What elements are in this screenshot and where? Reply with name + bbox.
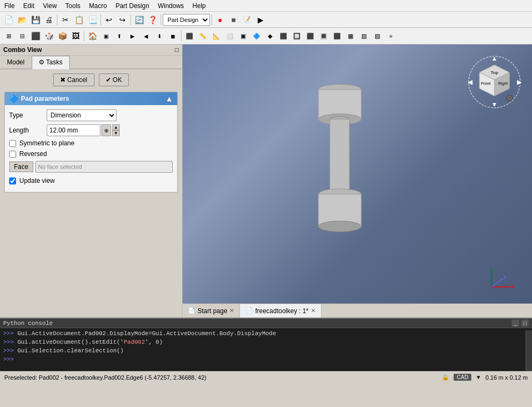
cad-badge[interactable]: CAD [454,374,471,381]
tab-start-page[interactable]: 📄 Start page ✕ [183,304,240,317]
menu-part-design[interactable]: Part Design [111,1,154,11]
tb-part4[interactable]: ⬜ [223,29,236,42]
spin-down[interactable]: ▼ [112,130,120,136]
tb-part10[interactable]: ⬛ [304,29,317,42]
viewport[interactable]: ▲ ▼ ◀ ▶ Top Right Front [183,45,532,317]
menu-help[interactable]: Help [188,1,210,11]
ok-button[interactable]: ✔ OK [99,73,129,86]
tb-new[interactable]: 📄 [2,13,15,26]
pad-params-collapse[interactable]: ▲ [165,94,173,103]
symmetric-checkbox[interactable] [9,140,16,147]
face-display: No face selected [35,161,173,173]
tb-part8[interactable]: ⬛ [277,29,290,42]
console-line-1: >>> Gui.ActiveDocument.Pad002.DisplayMod… [3,329,529,338]
console-text-2b: ', 0) [145,339,163,345]
tb-left[interactable]: ◼ [166,29,179,42]
tb-sep-2 [100,14,101,25]
nav-cube[interactable]: ▲ ▼ ◀ ▶ Top Right Front [468,55,521,109]
length-input-wrapper: ⊕ ▲ ▼ [47,124,120,136]
tb-part6[interactable]: 🔷 [250,29,263,42]
tb-part1[interactable]: ⬛ [183,29,196,42]
tb-sep-5 [212,14,212,25]
tb-part12[interactable]: ⬛ [331,29,344,42]
tab-tasks[interactable]: ⚙ Tasks [32,56,70,69]
tb-perspective[interactable]: 🎲 [42,29,55,42]
console-maximize[interactable]: □ [521,320,529,327]
tb-part13[interactable]: ▦ [344,29,357,42]
reversed-row: Reversed [9,150,173,158]
cad-dropdown[interactable]: ▼ [476,374,481,380]
spin-up[interactable]: ▲ [112,124,120,130]
cancel-button[interactable]: ✖ Cancel [53,73,94,86]
tb-fit-select[interactable]: ⊟ [16,29,28,42]
tb-part9[interactable]: 🔲 [290,29,303,42]
menu-tools[interactable]: Tools [61,1,85,11]
status-right: 🔒 CAD ▼ 0.16 m x 0.12 m [442,374,528,381]
lock-icon: 🔒 [442,374,449,381]
tb-undo[interactable]: ↩ [103,13,115,26]
tb-paste[interactable]: 📃 [86,13,99,26]
menu-view[interactable]: View [39,1,61,11]
start-page-label: Start page [198,307,227,315]
console-text-3: Gui.Selection.clearSelection() [17,347,123,354]
console-prompt-2: >>> [3,339,17,345]
tb-part3[interactable]: 📐 [210,29,223,42]
menu-windows[interactable]: Windows [154,1,188,11]
tab-freecadtoolkey[interactable]: 📄 freecadtoolkey : 1* ✕ [240,304,321,317]
type-select[interactable]: Dimension Two dimensions Symmetric to pl… [47,109,116,121]
tb-part5[interactable]: ▣ [237,29,250,42]
tb-bottom[interactable]: ⬇ [153,29,166,42]
tb-standard-views[interactable]: 🖼 [69,29,82,42]
freecad-tab-close[interactable]: ✕ [311,307,316,314]
reversed-checkbox[interactable] [9,151,16,158]
combo-view-maximize[interactable]: □ [175,46,179,54]
tb-part11[interactable]: 🔳 [317,29,330,42]
console-scrollbar[interactable] [526,330,532,371]
tb-right[interactable]: ▶ [126,29,139,42]
tb-front[interactable]: ▣ [99,29,112,42]
menu-macro[interactable]: Macro [85,1,111,11]
tb-draw-style[interactable]: ⬛ [29,29,42,42]
face-button[interactable]: Face [9,161,33,172]
console-minimize[interactable]: _ [512,320,519,327]
tasks-tab-label: Tasks [46,58,63,66]
tb-redo[interactable]: ↪ [116,13,129,26]
tb-record[interactable]: ● [214,13,227,26]
tb-copy[interactable]: 📋 [72,13,85,26]
tb-part14[interactable]: ▧ [358,29,370,42]
tb-box[interactable]: 📦 [56,29,69,42]
tb-macro[interactable]: 📝 [241,13,253,26]
update-view-checkbox[interactable] [9,177,16,184]
tb-top[interactable]: ⬆ [113,29,126,42]
tb-fit-all[interactable]: ⊞ [2,29,15,42]
tb-part2[interactable]: 📏 [196,29,209,42]
pad-params-icon: 🔷 [9,94,18,103]
tb-open[interactable]: 📂 [16,13,28,26]
svg-text:▲: ▲ [491,55,498,62]
console-highlight-pad002: Pad002 [123,339,145,345]
tb-help[interactable]: ❓ [146,13,159,26]
menu-file[interactable]: File [0,1,19,11]
svg-text:Top: Top [491,70,498,75]
length-input[interactable] [47,124,100,136]
tb-print[interactable]: 🖨 [42,13,55,26]
dimensions-display: 0.16 m x 0.12 m [485,374,528,381]
tb-save[interactable]: 💾 [29,13,42,26]
start-page-close[interactable]: ✕ [229,307,234,314]
tb-rear[interactable]: ◀ [140,29,152,42]
menu-edit[interactable]: Edit [19,1,39,11]
tb-home[interactable]: 🏠 [86,29,99,42]
tb-part7[interactable]: ◆ [264,29,276,42]
tb-stop[interactable]: ■ [227,13,240,26]
tab-model[interactable]: Model [0,56,32,69]
tb-refresh[interactable]: 🔄 [133,13,145,26]
tb-sep-1 [57,14,57,25]
tb-part15[interactable]: ▨ [371,29,384,42]
console-title: Python console [3,320,53,327]
tb-play[interactable]: ▶ [254,13,267,26]
formula-button[interactable]: ⊕ [101,124,111,136]
symmetric-label: Symmetric to plane [19,139,75,147]
workbench-select[interactable]: Part Design [163,14,210,26]
tb-more[interactable]: » [384,29,397,42]
tb-cut[interactable]: ✂ [59,13,72,26]
